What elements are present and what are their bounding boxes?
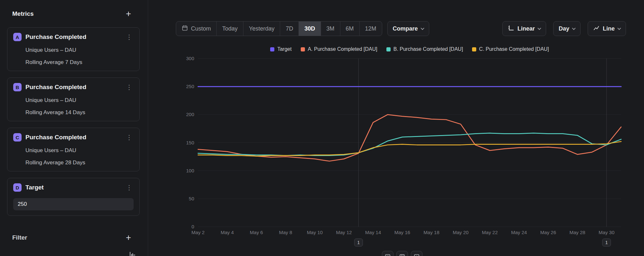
target-badge: D xyxy=(13,183,22,192)
kebab-menu-icon[interactable]: ⋮ xyxy=(125,34,134,40)
svg-text:May 24: May 24 xyxy=(511,230,527,235)
chevron-down-icon xyxy=(617,26,621,30)
legend-label: C. Purchase Completed [DAU] xyxy=(479,46,549,52)
range-label: Custom xyxy=(191,25,211,32)
range-yesterday-button[interactable]: Yesterday xyxy=(243,22,280,36)
svg-text:50: 50 xyxy=(189,196,194,201)
date-range-segmented-control: Custom Today Yesterday 7D 30D 3M 6M 12M xyxy=(176,21,382,36)
svg-text:1: 1 xyxy=(357,240,360,245)
legend-item[interactable]: A. Purchase Completed [DAU] xyxy=(301,46,377,52)
metric-measure[interactable]: Unique Users – DAU xyxy=(13,97,134,104)
legend-item[interactable]: C. Purchase Completed [DAU] xyxy=(472,46,549,52)
svg-text:100: 100 xyxy=(186,168,194,173)
legend-item[interactable]: Target xyxy=(270,46,291,52)
svg-text:1: 1 xyxy=(605,240,608,245)
collapse-sidebar-button[interactable] xyxy=(128,251,137,256)
chart-legend: TargetA. Purchase Completed [DAU]B. Purc… xyxy=(198,46,621,52)
legend-label: Target xyxy=(277,46,291,52)
linear-axis-icon xyxy=(508,25,514,33)
target-title-row[interactable]: D Target ⋮ xyxy=(13,183,134,192)
svg-text:May 2: May 2 xyxy=(192,230,205,235)
chevron-down-icon xyxy=(421,26,424,30)
svg-text:May 6: May 6 xyxy=(250,230,263,235)
metric-title: Purchase Completed xyxy=(25,33,86,41)
metric-transform[interactable]: Rolling Average 14 Days xyxy=(13,109,134,116)
metric-card-b: B Purchase Completed ⋮ Unique Users – DA… xyxy=(7,78,140,121)
legend-item[interactable]: B. Purchase Completed [DAU] xyxy=(386,46,463,52)
metric-measure[interactable]: Unique Users – DAU xyxy=(13,147,134,154)
legend-swatch-icon xyxy=(270,47,274,51)
chevron-down-icon xyxy=(572,26,575,30)
interval-selector-button[interactable]: Day xyxy=(553,21,581,36)
calendar-icon xyxy=(182,25,188,33)
chart-canvas[interactable]: 05010015020025030011May 2May 4May 6May 8… xyxy=(174,45,638,256)
metric-card-a: A Purchase Completed ⋮ Unique Users – DA… xyxy=(7,27,140,71)
chart-toolbar: Custom Today Yesterday 7D 30D 3M 6M 12M … xyxy=(176,21,626,36)
legend-label: B. Purchase Completed [DAU] xyxy=(393,46,463,52)
svg-text:May 10: May 10 xyxy=(307,230,323,235)
chevron-down-icon xyxy=(537,26,541,30)
legend-swatch-icon xyxy=(472,47,476,51)
metrics-header: Metrics + xyxy=(12,10,132,17)
chart-type-selector-button[interactable]: Line xyxy=(588,21,626,36)
svg-text:May 4: May 4 xyxy=(221,230,234,235)
range-30d-button[interactable]: 30D xyxy=(298,22,320,36)
filter-header: Filter + xyxy=(12,234,132,241)
compare-label: Compare xyxy=(393,25,418,32)
svg-text:May 30: May 30 xyxy=(599,230,614,235)
metric-badge: A xyxy=(13,33,22,41)
scale-label: Linear xyxy=(517,25,535,32)
scale-selector-button[interactable]: Linear xyxy=(502,21,546,36)
range-3m-button[interactable]: 3M xyxy=(321,22,340,36)
kebab-menu-icon[interactable]: ⋮ xyxy=(125,84,134,90)
compare-button[interactable]: Compare xyxy=(387,21,429,36)
metric-title-row[interactable]: B Purchase Completed ⋮ xyxy=(13,83,134,91)
legend-label: A. Purchase Completed [DAU] xyxy=(308,46,377,52)
range-12m-button[interactable]: 12M xyxy=(359,22,382,36)
metric-badge: C xyxy=(13,133,22,142)
filter-heading: Filter xyxy=(12,234,27,241)
metric-card-c: C Purchase Completed ⋮ Unique Users – DA… xyxy=(7,128,140,171)
svg-text:May 18: May 18 xyxy=(423,230,439,235)
legend-swatch-icon xyxy=(386,47,391,51)
svg-text:300: 300 xyxy=(186,56,194,61)
metrics-sidebar: Metrics + A Purchase Completed ⋮ Unique … xyxy=(0,0,148,256)
metrics-heading: Metrics xyxy=(12,10,34,17)
footer-action-button-2[interactable] xyxy=(396,251,408,256)
range-6m-button[interactable]: 6M xyxy=(340,22,359,36)
svg-text:May 14: May 14 xyxy=(365,230,381,235)
metric-title-row[interactable]: A Purchase Completed ⋮ xyxy=(13,33,134,41)
add-filter-button[interactable]: + xyxy=(125,234,132,241)
metric-transform[interactable]: Rolling Average 28 Days xyxy=(13,160,134,166)
target-card: D Target ⋮ xyxy=(7,178,140,216)
svg-text:0: 0 xyxy=(192,224,194,229)
target-value-input[interactable] xyxy=(13,198,134,210)
annotations-icon xyxy=(385,254,391,256)
metric-badge: B xyxy=(13,83,22,91)
chart-footer-actions xyxy=(382,251,422,256)
svg-text:250: 250 xyxy=(186,84,194,89)
chart-type-label: Line xyxy=(603,25,615,32)
svg-text:May 26: May 26 xyxy=(540,230,556,235)
events-icon xyxy=(399,254,405,256)
kebab-menu-icon[interactable]: ⋮ xyxy=(125,184,134,191)
line-chart-icon xyxy=(593,25,600,33)
metric-title: Purchase Completed xyxy=(25,84,86,91)
chart-area: TargetA. Purchase Completed [DAU]B. Purc… xyxy=(174,45,638,256)
metric-transform[interactable]: Rolling Average 7 Days xyxy=(13,59,134,66)
svg-text:May 8: May 8 xyxy=(279,230,292,235)
kebab-menu-icon[interactable]: ⋮ xyxy=(125,134,134,141)
target-title: Target xyxy=(25,184,44,191)
metric-measure[interactable]: Unique Users – DAU xyxy=(13,47,134,53)
footer-action-button-1[interactable] xyxy=(382,251,393,256)
range-7d-button[interactable]: 7D xyxy=(280,22,298,36)
footer-action-button-3[interactable] xyxy=(411,251,422,256)
legend-swatch-icon xyxy=(301,47,305,51)
metric-title: Purchase Completed xyxy=(25,134,86,141)
svg-text:200: 200 xyxy=(186,112,194,117)
range-today-button[interactable]: Today xyxy=(216,22,243,36)
metric-title-row[interactable]: C Purchase Completed ⋮ xyxy=(13,133,134,142)
add-metric-button[interactable]: + xyxy=(125,11,132,17)
svg-text:150: 150 xyxy=(186,140,194,145)
range-custom-button[interactable]: Custom xyxy=(176,22,216,36)
